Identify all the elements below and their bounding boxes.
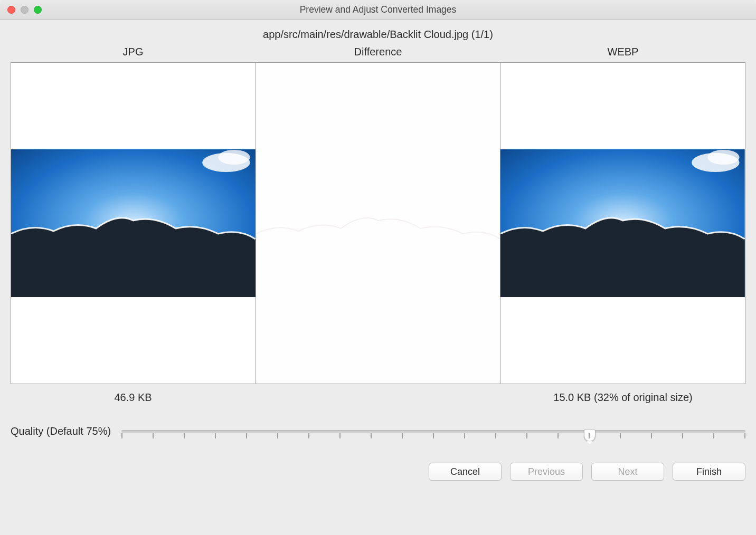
cloud-image-webp bbox=[500, 149, 745, 297]
button-row: Cancel Previous Next Finish bbox=[11, 463, 745, 481]
size-row: 46.9 KB 15.0 KB (32% of original size) bbox=[11, 391, 745, 404]
maximize-icon[interactable] bbox=[34, 6, 42, 14]
slider-tick bbox=[495, 433, 496, 438]
slider-ticks bbox=[121, 433, 745, 438]
slider-tick bbox=[526, 433, 527, 438]
slider-tick bbox=[682, 433, 683, 438]
column-headers: JPG Difference WEBP bbox=[11, 46, 745, 58]
dialog-window: Preview and Adjust Converted Images app/… bbox=[0, 0, 756, 535]
preview-difference bbox=[256, 63, 501, 384]
titlebar: Preview and Adjust Converted Images bbox=[0, 0, 756, 20]
next-button[interactable]: Next bbox=[591, 463, 664, 481]
svg-point-6 bbox=[708, 150, 740, 165]
slider-tick bbox=[589, 433, 590, 438]
column-header-webp: WEBP bbox=[500, 46, 745, 58]
slider-track bbox=[121, 430, 745, 433]
slider-tick bbox=[184, 433, 185, 438]
slider-tick bbox=[651, 433, 652, 438]
preview-row bbox=[11, 62, 745, 384]
quality-row: Quality (Default 75%) bbox=[11, 423, 745, 440]
preview-converted bbox=[500, 63, 745, 384]
window-title: Preview and Adjust Converted Images bbox=[300, 4, 457, 15]
previous-button[interactable]: Previous bbox=[510, 463, 583, 481]
slider-tick bbox=[121, 433, 122, 438]
svg-point-2 bbox=[218, 150, 250, 165]
preview-original bbox=[11, 63, 256, 384]
size-spacer bbox=[256, 391, 500, 404]
slider-tick bbox=[620, 433, 621, 438]
quality-slider[interactable] bbox=[121, 423, 745, 440]
cloud-image-jpg bbox=[11, 149, 256, 297]
slider-tick bbox=[557, 433, 559, 438]
column-header-difference: Difference bbox=[256, 46, 500, 58]
slider-tick bbox=[402, 433, 403, 438]
svg-rect-3 bbox=[256, 149, 500, 297]
content-area: app/src/main/res/drawable/Backlit Cloud.… bbox=[0, 20, 756, 535]
close-icon[interactable] bbox=[7, 6, 15, 14]
cancel-button[interactable]: Cancel bbox=[429, 463, 502, 481]
traffic-lights bbox=[7, 6, 42, 14]
slider-tick bbox=[339, 433, 341, 438]
slider-tick bbox=[713, 433, 714, 438]
difference-image bbox=[256, 149, 500, 297]
slider-tick bbox=[277, 433, 278, 438]
slider-tick bbox=[215, 433, 216, 438]
original-size-label: 46.9 KB bbox=[11, 391, 256, 404]
column-header-jpg: JPG bbox=[11, 46, 256, 58]
slider-tick bbox=[246, 433, 247, 438]
slider-tick bbox=[433, 433, 434, 438]
converted-size-label: 15.0 KB (32% of original size) bbox=[500, 391, 745, 404]
finish-button[interactable]: Finish bbox=[673, 463, 745, 481]
slider-tick bbox=[744, 433, 745, 438]
slider-tick bbox=[464, 433, 465, 438]
minimize-icon bbox=[21, 6, 29, 14]
quality-label: Quality (Default 75%) bbox=[11, 425, 111, 437]
slider-tick bbox=[153, 433, 154, 438]
slider-tick bbox=[371, 433, 372, 438]
file-path-label: app/src/main/res/drawable/Backlit Cloud.… bbox=[11, 28, 745, 41]
slider-tick bbox=[308, 433, 309, 438]
